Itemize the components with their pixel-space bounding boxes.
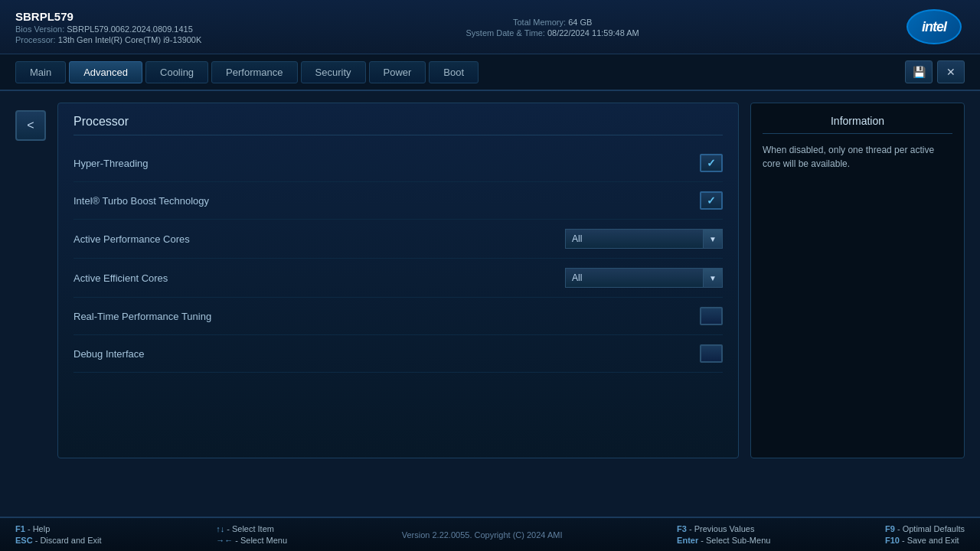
f3-text: Previous Values	[694, 524, 755, 533]
setting-hyper-threading: Hyper-Threading	[74, 145, 723, 182]
tab-security[interactable]: Security	[301, 61, 366, 83]
setting-debug: Debug Interface	[74, 335, 723, 373]
eff-cores-arrow: ▼	[703, 268, 723, 288]
turbo-boost-label: Intel® Turbo Boost Technology	[74, 195, 700, 207]
footer-esc: ESC - Discard and Exit	[15, 536, 102, 545]
f1-text: Help	[33, 524, 51, 533]
info-title: Information	[763, 115, 952, 134]
memory-value: 64 GB	[568, 18, 592, 27]
f3-separator: -	[689, 524, 694, 533]
footer-col-center-left: ↑↓ - Select Item →← - Select Menu	[216, 524, 287, 545]
f1-key: F1	[15, 524, 25, 533]
footer-f3: F3 - Previous Values	[677, 524, 770, 533]
information-panel: Information When disabled, only one thre…	[750, 103, 965, 458]
rt-tuning-toggle[interactable]	[700, 307, 723, 325]
time-value: 11:59:48 AM	[592, 28, 639, 37]
f10-key: F10	[885, 536, 900, 545]
eff-cores-control: All ▼	[565, 268, 723, 288]
enter-arrows-separator: -	[235, 536, 240, 545]
turbo-boost-control	[700, 191, 723, 210]
esc-text: Discard and Exit	[40, 536, 101, 545]
info-text: When disabled, only one thread per activ…	[763, 143, 952, 171]
panel-title: Processor	[74, 115, 723, 135]
footer-f1: F1 - Help	[15, 524, 102, 533]
intel-logo-text: intel	[922, 19, 946, 35]
footer: F1 - Help ESC - Discard and Exit ↑↓ - Se…	[0, 517, 980, 551]
intel-logo: intel	[903, 8, 965, 46]
f10-text: Save and Exit	[907, 536, 959, 545]
rt-tuning-control	[700, 307, 723, 325]
main-content: < Processor Hyper-Threading Intel® Turbo…	[0, 91, 980, 470]
save-icon-button[interactable]: 💾	[905, 60, 933, 83]
esc-key: ESC	[15, 536, 33, 545]
f10-separator: -	[902, 536, 907, 545]
debug-control	[700, 344, 723, 363]
tab-power[interactable]: Power	[369, 61, 426, 83]
f1-separator: -	[28, 524, 33, 533]
arrows-key: ↑↓	[216, 524, 224, 533]
hyper-threading-label: Hyper-Threading	[74, 158, 700, 169]
enter-key: Enter	[677, 536, 698, 545]
perf-cores-arrow: ▼	[703, 229, 723, 249]
debug-toggle[interactable]	[700, 344, 723, 363]
system-name: SBRPL579	[15, 10, 201, 23]
hyper-threading-checkbox[interactable]	[700, 154, 723, 172]
tab-advanced[interactable]: Advanced	[69, 61, 142, 83]
back-arrow-icon: <	[27, 119, 34, 132]
eff-cores-label: Active Efficient Cores	[74, 272, 565, 284]
bios-version-line: Bios Version: SBRPL579.0062.2024.0809.14…	[15, 24, 201, 34]
floppy-icon: 💾	[913, 66, 926, 78]
nav-actions: 💾 ✕	[905, 60, 965, 83]
close-icon-button[interactable]: ✕	[937, 60, 965, 83]
processor-line: Processor: 13th Gen Intel(R) Core(TM) i9…	[15, 35, 201, 44]
settings-panel: Processor Hyper-Threading Intel® Turbo B…	[57, 103, 739, 458]
processor-value: 13th Gen Intel(R) Core(TM) i9-13900K	[58, 35, 202, 44]
footer-enter: Enter - Select Sub-Menu	[677, 536, 770, 545]
settings-list: Hyper-Threading Intel® Turbo Boost Techn…	[74, 145, 723, 373]
tab-boot[interactable]: Boot	[429, 61, 479, 83]
f9-text: Optimal Defaults	[903, 524, 965, 533]
turbo-boost-checkbox[interactable]	[700, 191, 723, 210]
enter-arrows-key: →←	[216, 536, 233, 545]
bios-value: SBRPL579.0062.2024.0809.1415	[67, 24, 193, 34]
tab-cooling[interactable]: Cooling	[145, 61, 208, 83]
perf-cores-value: All	[565, 229, 703, 249]
setting-eff-cores: Active Efficient Cores All ▼	[74, 259, 723, 298]
arrows-separator: -	[227, 524, 232, 533]
nav-bar: Main Advanced Cooling Performance Securi…	[0, 54, 980, 91]
back-button[interactable]: <	[15, 110, 46, 141]
enter-separator: -	[701, 536, 706, 545]
tab-performance[interactable]: Performance	[211, 61, 297, 83]
datetime-line: System Date & Time: 08/22/2024 11:59:48 …	[466, 28, 639, 37]
bios-header: SBRPL579 Bios Version: SBRPL579.0062.202…	[0, 0, 980, 54]
footer-col-right: F9 - Optimal Defaults F10 - Save and Exi…	[885, 524, 965, 545]
perf-cores-label: Active Performance Cores	[74, 233, 565, 245]
date-value: 08/22/2024	[547, 28, 590, 37]
rt-tuning-label: Real-Time Performance Tuning	[74, 311, 700, 322]
footer-col-center-right: F3 - Previous Values Enter - Select Sub-…	[677, 524, 770, 545]
debug-label: Debug Interface	[74, 348, 700, 360]
setting-turbo-boost: Intel® Turbo Boost Technology	[74, 182, 723, 220]
arrows-text: Select Item	[232, 524, 274, 533]
footer-enter-arrows: →← - Select Menu	[216, 536, 287, 545]
datetime-label: System Date & Time:	[466, 28, 545, 37]
footer-arrows: ↑↓ - Select Item	[216, 524, 287, 533]
system-stats: Total Memory: 64 GB System Date & Time: …	[466, 16, 639, 37]
perf-cores-dropdown[interactable]: All ▼	[565, 229, 723, 249]
footer-f9: F9 - Optimal Defaults	[885, 524, 965, 533]
perf-cores-control: All ▼	[565, 229, 723, 249]
footer-col-left: F1 - Help ESC - Discard and Exit	[15, 524, 102, 545]
hyper-threading-control	[700, 154, 723, 172]
eff-cores-dropdown[interactable]: All ▼	[565, 268, 723, 288]
close-icon: ✕	[946, 66, 956, 78]
f9-key: F9	[885, 524, 895, 533]
system-info: SBRPL579 Bios Version: SBRPL579.0062.202…	[15, 10, 201, 44]
tab-main[interactable]: Main	[15, 61, 66, 83]
setting-perf-cores: Active Performance Cores All ▼	[74, 220, 723, 259]
f9-separator: -	[897, 524, 903, 533]
processor-label: Processor:	[15, 35, 56, 44]
enter-arrows-text: Select Menu	[240, 536, 287, 545]
memory-line: Total Memory: 64 GB	[466, 18, 639, 27]
enter-text: Select Sub-Menu	[706, 536, 770, 545]
bios-label: Bios Version:	[15, 24, 64, 34]
